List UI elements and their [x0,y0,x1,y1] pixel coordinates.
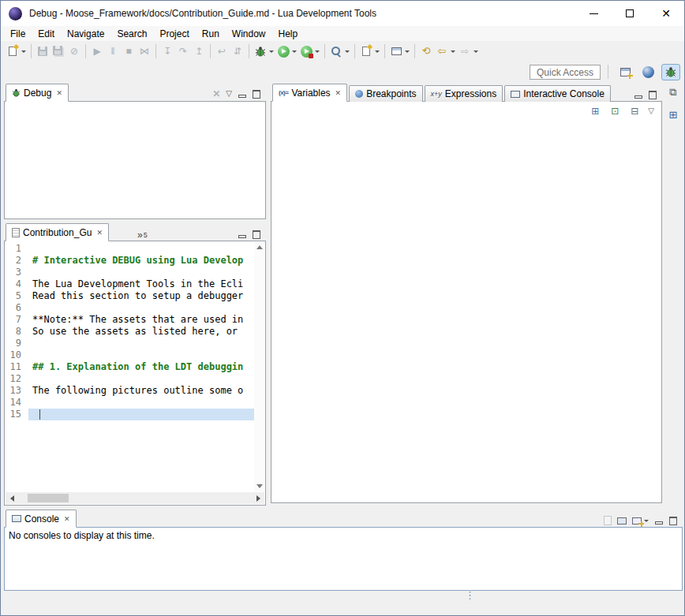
back-button[interactable]: ⇦ [434,43,457,60]
dropdown-arrow-icon[interactable] [269,50,274,53]
minimize-view-icon[interactable] [634,91,642,99]
editor-line[interactable]: 3 [5,267,254,278]
editor-line[interactable]: 4The Lua Development Tools in the Ecli [5,278,254,290]
editor-text[interactable]: 1 2# Interactive DEBUG using Lua Develop… [5,243,254,420]
open-perspective-button[interactable] [616,64,634,80]
editor-line[interactable]: 6 [5,302,254,314]
maximize-view-icon[interactable] [668,517,677,525]
dropdown-arrow-icon[interactable] [375,50,380,53]
editor-line[interactable]: 1 [5,243,254,255]
close-icon[interactable]: ✕ [335,89,342,97]
view-menu-icon[interactable]: ▽ [226,90,232,98]
maximize-view-icon[interactable] [252,90,260,99]
scrollbar-thumb[interactable] [28,494,69,502]
dropdown-arrow-icon[interactable] [451,50,455,53]
new-wizard-button[interactable] [358,43,381,60]
debug-perspective-button[interactable] [661,64,680,80]
maximize-button[interactable] [612,1,648,26]
scroll-up-icon[interactable] [256,245,263,249]
tab-variables[interactable]: (x)= Variables ✕ [272,84,347,102]
editor-line-current[interactable]: 15 [5,409,254,420]
menu-help[interactable]: Help [272,27,305,41]
last-edit-location-button[interactable]: ⟲ [418,43,434,60]
sash-handle[interactable]: ⋮ [465,592,475,599]
search-button[interactable] [328,43,351,60]
display-console-icon[interactable] [617,517,627,525]
menu-project[interactable]: Project [153,27,195,41]
menu-window[interactable]: Window [226,27,272,41]
open-element-button[interactable] [388,43,411,60]
remove-all-terminated-icon[interactable]: ✕ [212,88,220,99]
minimize-button[interactable] [575,1,612,26]
close-icon[interactable]: ✕ [56,89,62,97]
close-icon[interactable]: ✕ [96,229,103,237]
tab-contribution-guide[interactable]: Contribution_Gu ✕ [6,223,109,241]
show-logical-structures-icon[interactable]: ⊞ [589,105,601,118]
dropdown-arrow-icon[interactable] [474,50,478,53]
disconnect-button[interactable]: ⋈ [137,43,152,60]
menu-navigate[interactable]: Navigate [61,27,110,41]
app-icon[interactable] [9,7,22,21]
external-tools-button[interactable] [298,43,321,60]
menu-search[interactable]: Search [110,27,153,41]
editor-line[interactable]: 13The following pictures outline some o [5,385,254,397]
ldt-perspective-button[interactable] [638,64,657,80]
scroll-down-icon[interactable] [256,484,263,488]
resume-button[interactable]: ▶ [89,43,105,60]
dropdown-arrow-icon[interactable] [315,50,320,53]
tab-interactive-console[interactable]: Interactive Console [504,85,611,102]
horizontal-scrollbar[interactable] [6,492,264,504]
step-over-button[interactable]: ↷ [175,43,191,60]
suspend-button[interactable]: ‖ [105,43,121,60]
forward-button[interactable]: ⇨ [457,43,480,60]
minimize-view-icon[interactable] [238,230,246,239]
fast-view-button[interactable]: ⊞ [665,106,681,122]
save-button[interactable] [35,43,51,60]
editor-line[interactable]: 2# Interactive DEBUG using Lua Develop [5,255,254,267]
menu-run[interactable]: Run [196,27,226,41]
tab-debug[interactable]: Debug ✕ [6,84,69,102]
minimize-view-icon[interactable] [238,90,246,99]
debug-button[interactable] [253,43,275,60]
close-icon[interactable]: ✕ [64,515,70,523]
editor-area[interactable]: 1 2# Interactive DEBUG using Lua Develop… [4,241,266,506]
save-all-button[interactable] [51,43,66,60]
editor-line[interactable]: 14 [5,397,254,409]
step-return-button[interactable]: ↥ [191,43,207,60]
editor-line[interactable]: 9 [5,338,254,349]
maximize-view-icon[interactable] [648,91,657,99]
use-step-filters-button[interactable]: ⇵ [230,43,245,60]
vertical-scrollbar[interactable] [254,242,264,491]
view-menu-icon[interactable]: ▽ [648,107,654,115]
editor-line[interactable]: 12 [5,373,254,385]
editor-line[interactable]: 8So use the assets as listed here, or [5,326,254,338]
menu-file[interactable]: File [4,27,32,41]
scrollbar-track[interactable] [18,492,252,504]
quick-access-box[interactable]: Quick Access [530,65,601,80]
editor-tab-overflow[interactable]: »5 [137,231,148,241]
collapse-all-icon[interactable]: ⊟ [628,105,641,118]
editor-line[interactable]: 11## 1. Explanation of the LDT debuggin [5,361,254,373]
dropdown-arrow-icon[interactable] [292,50,297,53]
open-console-button[interactable] [632,517,649,525]
skip-all-breakpoints-button[interactable]: ⊘ [66,43,82,60]
restore-view-button[interactable]: ⧉ [665,84,681,100]
editor-line[interactable]: 10 [5,349,254,361]
dropdown-arrow-icon[interactable] [405,50,410,53]
tab-breakpoints[interactable]: Breakpoints [349,85,422,102]
show-type-names-icon[interactable]: ⊡ [608,105,621,118]
new-button[interactable] [5,43,28,60]
tab-expressions[interactable]: x+y Expressions [425,85,503,102]
editor-line[interactable]: 7**Note:** The assets that are used in [5,314,254,326]
drop-to-frame-button[interactable]: ↩ [214,43,230,60]
dropdown-arrow-icon[interactable] [21,50,26,53]
editor-line[interactable]: 5Read this section to setup a debugger [5,290,254,302]
dropdown-arrow-icon[interactable] [345,50,350,53]
clear-console-icon[interactable] [604,516,612,525]
menu-edit[interactable]: Edit [32,27,61,41]
step-into-button[interactable]: ↧ [159,43,175,60]
tab-console[interactable]: Console ✕ [6,510,77,528]
console-output[interactable]: No consoles to display at this time. [4,527,683,591]
maximize-view-icon[interactable] [252,230,260,239]
run-button[interactable] [275,43,298,60]
